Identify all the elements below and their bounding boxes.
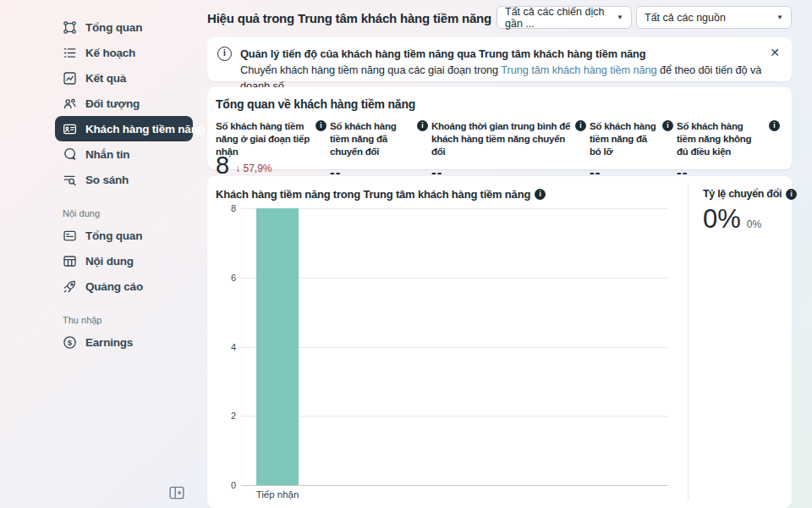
x-axis-line	[241, 485, 668, 486]
sidebar-item-leads[interactable]: Khách hàng tiềm năng	[55, 116, 193, 141]
page-header: Hiệu quả trong Trung tâm khách hàng tiềm…	[206, 0, 792, 34]
chart-plot: 02468Tiếp nhận	[241, 208, 668, 485]
campaign-filter-dropdown[interactable]: Tất cả các chiến dịch gần ... ▼	[497, 6, 632, 29]
sidebar-item-ads[interactable]: Quảng cáo	[55, 273, 193, 299]
conversion-rate-title: Tỷ lệ chuyển đổi	[703, 188, 782, 200]
conversion-rate-secondary: 0%	[747, 218, 761, 230]
messages-icon	[63, 147, 77, 162]
sidebar-item-messages[interactable]: Nhắn tin	[55, 141, 193, 167]
sidebar-item-audience[interactable]: Đối tượng	[55, 91, 193, 116]
sidebar-item-overview[interactable]: Tổng quan	[55, 14, 193, 40]
y-tick-label: 6	[212, 273, 236, 283]
plan-icon	[63, 46, 77, 60]
info-icon[interactable]: i	[575, 120, 586, 131]
earnings-icon: $	[63, 335, 77, 350]
stat-card: Khoảng thời gian trung bình để khách hàn…	[431, 120, 590, 181]
sidebar-section-label: Thu nhập	[55, 311, 203, 329]
chevron-down-icon: ▼	[776, 14, 783, 21]
y-tick-label: 2	[212, 411, 236, 421]
stat-label: Số khách hàng tiềm năng không đủ điều ki…	[677, 120, 765, 146]
results-icon	[63, 71, 77, 86]
content-overview-icon	[63, 229, 77, 243]
stats-row: Số khách hàng tiềm năng ở giai đoạn tiếp…	[216, 120, 783, 181]
stat-label: Số khách hàng tiềm năng đã chuyển đổi	[330, 120, 413, 146]
collapse-sidebar-button[interactable]	[168, 483, 185, 503]
banner-body-text: Chuyển khách hàng tiềm năng qua các giai…	[240, 64, 501, 76]
info-icon[interactable]: i	[786, 189, 797, 200]
sidebar-item-label: Kết quả	[85, 72, 126, 85]
gridline	[241, 347, 668, 348]
info-banner: i Quản lý tiến độ của khách hàng tiềm nă…	[207, 37, 792, 81]
info-icon[interactable]: i	[315, 120, 326, 131]
y-tick-label: 4	[212, 342, 236, 352]
ads-icon	[63, 279, 77, 294]
stat-delta: ↓ 57,9%	[235, 163, 272, 174]
sidebar-item-results[interactable]: Kết quả	[55, 65, 193, 91]
bar-chart: 02468Tiếp nhận	[216, 208, 679, 508]
sidebar-item-content-grid[interactable]: Nội dung	[55, 248, 193, 273]
sidebar-item-content-overview[interactable]: Tổng quan	[55, 223, 193, 248]
info-icon: i	[217, 47, 232, 61]
main-content: Hiệu quả trong Trung tâm khách hàng tiềm…	[206, 0, 792, 508]
sidebar-item-label: Tổng quan	[85, 21, 142, 34]
source-filter-dropdown[interactable]: Tất cả các nguồn ▼	[636, 6, 792, 29]
content-grid-icon	[63, 254, 77, 268]
stat-label: Số khách hàng tiềm năng đã bỏ lỡ	[590, 120, 658, 146]
conversion-rate-panel: Tỷ lệ chuyển đổi i 0% 0%	[688, 183, 787, 501]
sidebar-item-plan[interactable]: Kế hoạch	[55, 40, 193, 65]
page-title: Hiệu quả trong Trung tâm khách hàng tiềm…	[207, 11, 491, 25]
stat-card: Số khách hàng tiềm năng đã chuyển đổi--i	[330, 120, 431, 181]
sidebar: Tổng quanKế hoạchKết quảĐối tượngKhách h…	[0, 0, 203, 508]
lead-center-link[interactable]: Trung tâm khách hàng tiềm năng	[501, 64, 656, 76]
info-icon[interactable]: i	[769, 120, 780, 131]
collapse-sidebar-icon	[168, 491, 185, 505]
stat-card: Số khách hàng tiềm năng không đủ điều ki…	[677, 120, 783, 181]
gridline	[241, 208, 668, 209]
sidebar-item-label: Nhắn tin	[85, 148, 129, 161]
y-tick-label: 8	[212, 203, 236, 213]
banner-title: Quản lý tiến độ của khách hàng tiềm năng…	[240, 46, 782, 62]
benchmark-icon	[63, 173, 77, 187]
leads-overview-card: Tổng quan về khách hàng tiềm năng Số khá…	[207, 87, 792, 169]
stat-card: Số khách hàng tiềm năng ở giai đoạn tiếp…	[216, 120, 330, 181]
sidebar-item-label: Tổng quan	[85, 229, 142, 242]
info-icon[interactable]: i	[535, 189, 546, 200]
overview-icon	[63, 20, 77, 35]
sidebar-item-label: Kế hoạch	[85, 47, 135, 59]
chart-card: Khách hàng tiềm năng trong Trung tâm khá…	[207, 176, 792, 508]
sidebar-item-label: Earnings	[85, 336, 133, 349]
close-icon[interactable]: ✕	[770, 46, 780, 59]
gridline	[241, 416, 668, 417]
info-icon[interactable]: i	[662, 120, 673, 131]
sidebar-item-label: Khách hàng tiềm năng	[85, 123, 205, 135]
stat-label: Khoảng thời gian trung bình để khách hàn…	[431, 120, 571, 146]
sidebar-item-label: Quảng cáo	[85, 280, 143, 293]
campaign-filter-label: Tất cả các chiến dịch gần ...	[505, 6, 610, 30]
chart-title: Khách hàng tiềm năng trong Trung tâm khá…	[216, 188, 530, 201]
gridline	[241, 278, 668, 279]
chevron-down-icon: ▼	[617, 14, 623, 21]
info-icon[interactable]: i	[417, 120, 428, 131]
leads-overview-title: Tổng quan về khách hàng tiềm năng	[216, 97, 783, 111]
y-tick-label: 0	[212, 480, 236, 490]
sidebar-section-label: Nội dung	[55, 204, 203, 223]
conversion-rate-value: 0%	[703, 207, 741, 232]
bar-Tiếp nhận[interactable]	[256, 208, 299, 485]
sidebar-item-label: So sánh	[85, 174, 129, 186]
stat-value: 8	[216, 152, 229, 178]
sidebar-item-label: Nội dung	[85, 255, 134, 268]
sidebar-item-label: Đối tượng	[85, 97, 140, 110]
stat-card: Số khách hàng tiềm năng đã bỏ lỡ--i	[590, 120, 677, 181]
sidebar-item-benchmark[interactable]: So sánh	[55, 167, 193, 192]
x-tick-label: Tiếp nhận	[235, 489, 320, 500]
svg-text:$: $	[68, 338, 72, 346]
sidebar-item-earnings[interactable]: $Earnings	[55, 329, 193, 355]
source-filter-label: Tất cả các nguồn	[645, 12, 726, 24]
leads-icon	[63, 122, 77, 136]
stat-label: Số khách hàng tiềm năng ở giai đoạn tiếp…	[216, 120, 311, 146]
audience-icon	[63, 97, 77, 111]
